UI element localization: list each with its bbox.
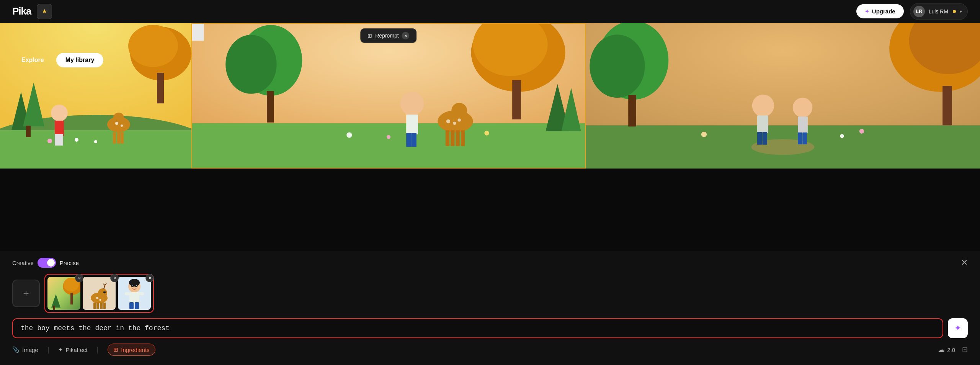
mode-toggle[interactable] <box>38 258 56 268</box>
reprompt-close-button[interactable]: ✕ <box>402 32 410 39</box>
prompt-row: ✦ <box>12 318 968 338</box>
ingredients-label: Ingredients <box>121 347 149 353</box>
svg-point-98 <box>131 285 134 287</box>
svg-rect-11 <box>55 134 59 146</box>
svg-point-9 <box>51 105 68 121</box>
svg-point-92 <box>129 279 140 286</box>
svg-point-49 <box>484 131 489 135</box>
star-button[interactable]: ★ <box>37 4 52 19</box>
svg-rect-62 <box>762 132 767 145</box>
prompt-input[interactable] <box>12 318 943 338</box>
reprompt-bar: ⊞ Reprompt ✕ <box>360 28 416 43</box>
svg-rect-64 <box>798 117 808 133</box>
image-label: Image <box>22 347 38 353</box>
ingredient-deer <box>83 277 116 310</box>
toolbar-row: 📎 Image | ✦ Pikaffect | ⊞ Ingredients ☁ … <box>12 344 968 356</box>
svg-rect-35 <box>406 115 418 134</box>
main-content: Explore My library <box>0 23 980 365</box>
svg-rect-8 <box>26 126 31 137</box>
svg-rect-41 <box>451 130 454 146</box>
svg-rect-54 <box>942 86 952 125</box>
svg-point-45 <box>453 122 456 125</box>
svg-point-101 <box>136 285 137 286</box>
ingredient-remove-3[interactable]: ✕ <box>145 274 154 282</box>
svg-rect-96 <box>129 302 134 309</box>
svg-point-47 <box>346 132 352 137</box>
svg-rect-27 <box>512 80 521 119</box>
toolbar-right: ☁ 2.0 ⊟ <box>938 345 968 354</box>
upgrade-button[interactable]: ✦ Upgrade <box>856 4 904 18</box>
pikaffect-icon: ✦ <box>58 347 63 353</box>
svg-rect-97 <box>135 302 139 309</box>
ingredient-remove-2[interactable]: ✕ <box>110 274 119 282</box>
ingredients-container: ✕ <box>44 274 154 313</box>
reprompt-label: Reprompt <box>375 33 399 39</box>
svg-point-69 <box>840 134 844 138</box>
panel-close-button[interactable]: ✕ <box>961 258 968 268</box>
user-status-dot <box>953 10 956 13</box>
svg-rect-34 <box>192 24 204 41</box>
ingredient-item-2: ✕ <box>83 277 116 310</box>
video-card-2[interactable]: ⊞ Reprompt ✕ Pika 2.0 ⊞ <box>191 23 586 169</box>
image-toolbar-item[interactable]: 📎 Image <box>12 346 38 353</box>
ingredient-scene-1 <box>47 277 80 310</box>
svg-rect-57 <box>628 95 636 126</box>
pikaffect-toolbar-item[interactable]: ✦ Pikaffect <box>58 347 87 353</box>
svg-point-22 <box>47 139 52 143</box>
video-grid: ⊞ Reprompt ✕ Pika 2.0 ⊞ <box>0 23 980 169</box>
ingredient-boy <box>118 277 151 310</box>
toggle-knob <box>47 259 55 267</box>
mode-left: Creative Precise <box>12 258 79 268</box>
svg-point-63 <box>793 98 813 118</box>
svg-rect-37 <box>412 133 416 147</box>
upload-row: + <box>12 274 968 313</box>
avatar: LR <box>913 6 925 17</box>
svg-rect-16 <box>117 132 120 144</box>
cloud-icon: ☁ <box>938 345 945 354</box>
svg-rect-66 <box>803 133 807 144</box>
svg-rect-43 <box>461 130 465 146</box>
ingredients-toolbar-item[interactable]: ⊞ Ingredients <box>108 344 155 356</box>
remove-icon-2: ✕ <box>113 276 116 281</box>
video-card-3[interactable]: Pika 2.0 ⊞ ⊞ ☰ <box>586 23 980 169</box>
ingredient-remove-1[interactable]: ✕ <box>75 274 83 282</box>
toolbar-divider-2: | <box>97 346 99 354</box>
scene-1-svg <box>0 23 191 169</box>
svg-rect-93 <box>129 292 139 303</box>
svg-point-83 <box>96 297 98 299</box>
add-image-button[interactable]: + <box>12 280 40 307</box>
scene-2-svg <box>192 24 585 168</box>
ingredient-thumb-3 <box>118 277 151 310</box>
mode-row: Creative Precise ✕ <box>12 258 968 268</box>
svg-point-29 <box>225 35 276 94</box>
sparkle-button[interactable]: ✦ <box>948 318 968 338</box>
svg-rect-79 <box>93 303 96 309</box>
svg-rect-42 <box>456 130 459 146</box>
header-left: Pika ★ <box>12 4 52 19</box>
svg-point-19 <box>121 124 123 127</box>
svg-point-84 <box>100 299 101 301</box>
svg-rect-75 <box>53 306 55 310</box>
svg-rect-24 <box>192 123 585 168</box>
svg-point-56 <box>590 34 645 98</box>
video-card-1[interactable] <box>0 23 191 169</box>
settings-icon[interactable]: ⊟ <box>962 345 968 354</box>
user-menu[interactable]: LR Luis RM ▾ <box>910 3 968 20</box>
svg-rect-17 <box>121 132 124 144</box>
explore-nav-button[interactable]: Explore <box>12 53 53 67</box>
svg-rect-15 <box>113 132 116 144</box>
svg-rect-36 <box>406 133 411 147</box>
svg-rect-82 <box>103 303 106 309</box>
svg-point-89 <box>105 291 105 292</box>
precise-label: Precise <box>60 260 79 266</box>
video-scene-2 <box>192 24 585 168</box>
pikaffect-label: Pikaffect <box>65 347 87 353</box>
svg-point-18 <box>115 122 118 125</box>
scene-3-svg <box>586 23 980 169</box>
plus-icon: + <box>23 288 29 300</box>
video-scene-1 <box>0 23 191 169</box>
svg-rect-5 <box>157 73 164 103</box>
ingredients-icon: ⊞ <box>113 346 118 353</box>
my-library-nav-button[interactable]: My library <box>56 53 104 67</box>
svg-rect-95 <box>139 292 144 295</box>
